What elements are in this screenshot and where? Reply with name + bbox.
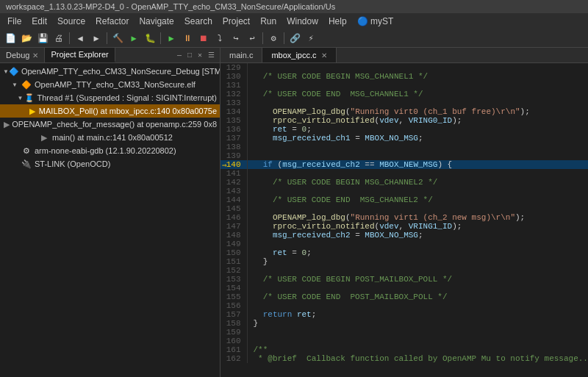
code-editor[interactable]: 129 130 /* USER CODE BEGIN MSG_CHANNEL1 … bbox=[220, 63, 588, 377]
code-row-132: 132 /* USER CODE END MSG_CHANNEL1 */ bbox=[220, 90, 588, 98]
tab-debug[interactable]: Debug ✕ bbox=[0, 48, 45, 62]
tab-main-c[interactable]: main.c bbox=[220, 48, 262, 62]
toolbar-stop[interactable]: ⏹ bbox=[196, 31, 211, 46]
breakpoint-indicator: ⇒ bbox=[222, 160, 227, 170]
code-row-159: 159 bbox=[220, 328, 588, 337]
toolbar-build[interactable]: 🔨 bbox=[110, 31, 125, 46]
toolbar-debug[interactable]: 🐛 bbox=[143, 31, 157, 46]
code-content-135: rproc_virtio_notified(vdev, VRING0_ID); bbox=[247, 116, 588, 125]
toolbar-resume[interactable]: ▶ bbox=[164, 31, 179, 46]
tree-item-mailbox-poll[interactable]: ▶ MAILBOX_Poll() at mbox_ipcc.c:140 0x80… bbox=[0, 104, 220, 118]
tab-project-explorer[interactable]: Project Explorer bbox=[45, 48, 115, 62]
menu-window[interactable]: Window bbox=[282, 15, 323, 28]
menu-refactor[interactable]: Refactor bbox=[91, 15, 133, 28]
toolbar-suspend[interactable]: ⏸ bbox=[180, 31, 195, 46]
tab-mbox-close[interactable]: ✕ bbox=[321, 51, 327, 60]
brace-158: } bbox=[254, 319, 259, 328]
fn-147: rproc_virtio_notified bbox=[273, 222, 375, 231]
toolbar-settings[interactable]: ⚙ bbox=[266, 31, 281, 46]
code-content-146: OPENAMP_log_dbg("Running virt1 (ch_2 new… bbox=[247, 213, 588, 222]
expand-arrow[interactable]: ▼ bbox=[18, 95, 25, 101]
code-content-138 bbox=[247, 143, 588, 151]
stlink-icon: 🔌 bbox=[21, 159, 32, 169]
line-num-136: 136 bbox=[220, 125, 247, 134]
comment-162: * @brief Callback function called by Ope… bbox=[254, 354, 589, 363]
code-row-152: 152 bbox=[220, 266, 588, 275]
line-num-153: 153 bbox=[220, 275, 247, 284]
code-content-129 bbox=[247, 63, 588, 72]
tree-item-main[interactable]: ▶ main() at main.c:141 0x80a00512 bbox=[0, 131, 220, 144]
expand-arrow[interactable]: ▼ bbox=[12, 82, 21, 88]
comment-142: /* USER CODE BEGIN MSG_CHANNEL2 */ bbox=[273, 178, 437, 187]
menu-source[interactable]: Source bbox=[53, 15, 90, 28]
menu-file[interactable]: File bbox=[3, 15, 26, 28]
tree-item-stlink[interactable]: 🔌 ST-LINK (OpenOCD) bbox=[0, 157, 220, 170]
toolbar-sep3 bbox=[160, 32, 161, 44]
kw-if: if bbox=[263, 160, 273, 169]
code-row-148: 148 msg_received_ch2 = MBOX_NO_MSG; bbox=[220, 231, 588, 240]
menu-project[interactable]: Project bbox=[218, 15, 254, 28]
code-row-156: 156 bbox=[220, 301, 588, 310]
main-label: main() at main.c:141 0x80a00512 bbox=[52, 133, 173, 142]
menu-help[interactable]: Help bbox=[324, 15, 351, 28]
menu-run[interactable]: Run bbox=[256, 15, 281, 28]
right-panel: main.c mbox_ipcc.c ✕ 129 130 bbox=[220, 48, 588, 377]
panel-maximize[interactable]: □ bbox=[185, 51, 194, 60]
code-content-134: OPENAMP_log_dbg("Running virt0 (ch_1 buf… bbox=[247, 107, 588, 116]
line-num-145: 145 bbox=[220, 204, 247, 213]
code-content-158: } bbox=[247, 319, 588, 328]
thread-label: Thread #1 (Suspended : Signal : SIGINT:I… bbox=[37, 93, 217, 102]
menu-myst[interactable]: 🔵 myST bbox=[353, 15, 398, 28]
code-content-142: /* USER CODE BEGIN MSG_CHANNEL2 */ bbox=[247, 178, 588, 187]
menu-edit[interactable]: Edit bbox=[27, 15, 51, 28]
line-num-146: 146 bbox=[220, 213, 247, 222]
menu-navigate[interactable]: Navigate bbox=[135, 15, 178, 28]
code-row-138: 138 bbox=[220, 143, 588, 151]
code-row-149: 149 bbox=[220, 240, 588, 248]
expand-arrow[interactable]: ▼ bbox=[3, 68, 9, 75]
debug-tab-close[interactable]: ✕ bbox=[32, 51, 38, 60]
line-num-152: 152 bbox=[220, 266, 247, 275]
panel-minimize[interactable]: — bbox=[175, 51, 184, 60]
explorer-tab-label: Project Explorer bbox=[51, 50, 108, 59]
line-num-140: ⇒140 bbox=[220, 160, 247, 169]
toolbar-back[interactable]: ◀ bbox=[73, 31, 87, 46]
menu-search[interactable]: Search bbox=[180, 15, 217, 28]
tree-item-gdb[interactable]: ⚙ arm-none-eabi-gdb (12.1.90.20220802) bbox=[0, 144, 220, 157]
toolbar-step-over[interactable]: ↪ bbox=[229, 31, 243, 46]
code-row-150: 150 ret = 0; bbox=[220, 248, 588, 257]
toolbar-step-return[interactable]: ↩ bbox=[245, 31, 259, 46]
toolbar-open[interactable]: 📂 bbox=[19, 31, 34, 46]
toolbar-save[interactable]: 💾 bbox=[35, 31, 50, 46]
code-row-130: 130 /* USER CODE BEGIN MSG_CHANNEL1 */ bbox=[220, 72, 588, 81]
project-label: OpenAMP_TTY_echo_CM33_NonSecure_Debug [S… bbox=[21, 67, 220, 76]
toolbar-stlink[interactable]: 🔗 bbox=[287, 31, 302, 46]
var-136: ret bbox=[273, 125, 287, 134]
code-row-133: 133 bbox=[220, 98, 588, 107]
line-num-131: 131 bbox=[220, 81, 247, 90]
tree-item-openamp-check[interactable]: ▶ OPENAMP_check_for_message() at openamp… bbox=[0, 118, 220, 131]
code-content-130: /* USER CODE BEGIN MSG_CHANNEL1 */ bbox=[247, 72, 588, 81]
kw-return: return bbox=[263, 310, 293, 319]
tree-item-project-root[interactable]: ▼ 🔷 OpenAMP_TTY_echo_CM33_NonSecure_Debu… bbox=[0, 65, 220, 78]
panel-view-menu[interactable]: ☰ bbox=[206, 50, 217, 60]
code-table: 129 130 /* USER CODE BEGIN MSG_CHANNEL1 … bbox=[220, 63, 588, 363]
code-row-142: 142 /* USER CODE BEGIN MSG_CHANNEL2 */ bbox=[220, 178, 588, 187]
line-num-138: 138 bbox=[220, 143, 247, 151]
toolbar-step-into[interactable]: ⤵ bbox=[212, 31, 227, 46]
toolbar-print[interactable]: 🖨 bbox=[51, 31, 66, 46]
tree-item-thread[interactable]: ▼ 🧵 Thread #1 (Suspended : Signal : SIGI… bbox=[0, 91, 220, 104]
toolbar-connect[interactable]: ⚡ bbox=[304, 31, 318, 46]
tab-mbox-ipcc-c[interactable]: mbox_ipcc.c ✕ bbox=[262, 48, 336, 62]
toolbar-new[interactable]: 📄 bbox=[3, 31, 18, 46]
toolbar-run[interactable]: ▶ bbox=[126, 31, 141, 46]
toolbar-forward[interactable]: ▶ bbox=[89, 31, 104, 46]
panel-close[interactable]: ✕ bbox=[196, 50, 204, 60]
line-num-148: 148 bbox=[220, 231, 247, 240]
frame-icon: ▶ bbox=[38, 133, 50, 143]
tree-item-elf[interactable]: ▼ 🔶 OpenAMP_TTY_echo_CM33_NonSecure.elf bbox=[0, 78, 220, 91]
line-num-155: 155 bbox=[220, 292, 247, 301]
line-num-144: 144 bbox=[220, 195, 247, 204]
elf-icon: 🔶 bbox=[21, 80, 32, 90]
line-num-129: 129 bbox=[220, 63, 247, 72]
